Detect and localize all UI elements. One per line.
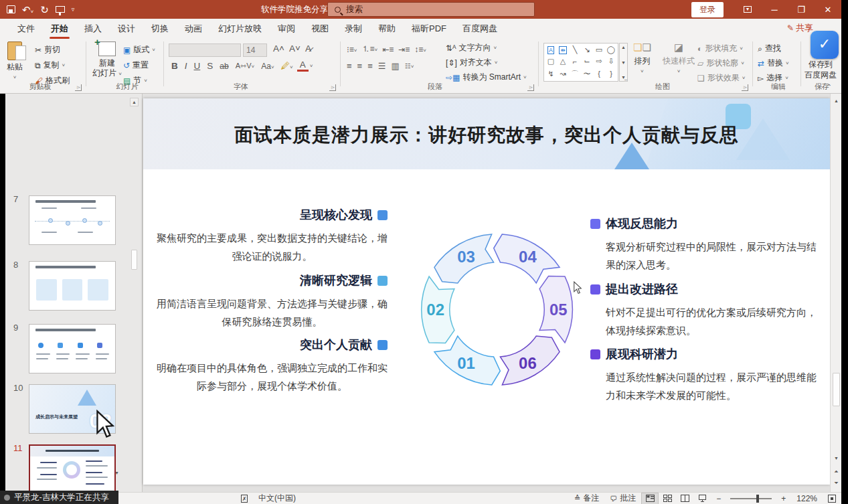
previous-slide-icon[interactable]: ⏶ <box>832 467 841 476</box>
normal-view-button[interactable] <box>641 493 659 504</box>
numbering-icon[interactable]: ⒈≡˅ <box>362 44 378 55</box>
copy-button[interactable]: ⧉复制˅ <box>35 60 70 71</box>
tab-animations[interactable]: 动画 <box>177 19 210 39</box>
right-arrow-shape-icon[interactable]: ⇨ <box>596 57 602 66</box>
layout-button[interactable]: ▣版式˅ <box>123 44 155 56</box>
bold-icon[interactable]: B <box>169 60 181 72</box>
tab-baidu-netdisk[interactable]: 百度网盘 <box>454 19 505 39</box>
zoom-out-button[interactable]: − <box>711 493 726 504</box>
start-presentation-icon[interactable] <box>56 6 65 13</box>
arrow-shape-icon[interactable]: ↘ <box>584 46 590 54</box>
oval-shape-icon[interactable]: ◯ <box>607 46 615 54</box>
strikethrough-icon[interactable]: ab <box>217 61 231 72</box>
triangle-shape-icon[interactable]: △ <box>560 57 566 66</box>
minimize-button[interactable]: ─ <box>761 0 788 19</box>
line-spacing-icon[interactable]: ↕≡˅ <box>414 45 426 54</box>
align-left-icon[interactable]: ≡ <box>347 61 352 71</box>
search-box[interactable]: 搜索 <box>327 2 535 17</box>
tab-insert[interactable]: 插入 <box>76 19 110 39</box>
tab-help[interactable]: 帮助 <box>370 19 404 39</box>
replace-button[interactable]: ⇄替换˅ <box>758 58 789 69</box>
scribble-shape-icon[interactable]: ↝ <box>560 70 566 78</box>
zoom-slider-thumb[interactable] <box>756 495 759 503</box>
change-case-icon[interactable]: Aa˅ <box>258 61 276 72</box>
shapes-scroll-down-icon[interactable]: ▼ <box>621 60 626 65</box>
scroll-down-icon[interactable]: ▼ <box>832 454 841 463</box>
clipboard-dialog-launcher-icon[interactable] <box>75 84 82 91</box>
scroll-up-icon[interactable]: ▲ <box>832 96 841 105</box>
add-remove-columns-icon[interactable]: ☷˅ <box>405 62 414 70</box>
zoom-level[interactable]: 122% <box>791 493 823 504</box>
columns-icon[interactable]: ▥ <box>391 61 399 71</box>
shapes-gallery[interactable]: A ⇻ ╲ ↘ ▭ ◯ ▢ △ ⌐ ⌙ ⇨ ⇩ ↯ ↝ ⌒ 〜 { } <box>543 43 618 82</box>
bullets-icon[interactable]: ⁝≡˅ <box>347 45 357 54</box>
restore-button[interactable]: ❐ <box>788 0 815 19</box>
thumbnails-scroll-up-icon[interactable]: ▲ <box>130 98 139 106</box>
language-indicator[interactable]: 中文(中国) <box>253 493 301 504</box>
text-direction-button[interactable]: ⇅ᴬ文字方向˅ <box>446 42 527 54</box>
paste-button[interactable]: 粘贴 ˅ <box>7 41 23 81</box>
thumbnail-slide-11[interactable] <box>29 444 116 492</box>
reading-view-button[interactable] <box>676 493 693 504</box>
arrange-button[interactable]: ❏❏ 排列 ˅ <box>633 41 651 75</box>
tab-home[interactable]: 开始 <box>43 19 76 39</box>
tab-file[interactable]: 文件 <box>9 19 43 39</box>
thumbnail-slide-9[interactable] <box>29 324 116 373</box>
thumbnails-scrollbar-thumb[interactable] <box>131 250 137 270</box>
character-spacing-icon[interactable]: A⇿V˅ <box>233 61 258 71</box>
cut-button[interactable]: ✂剪切 <box>35 44 70 56</box>
next-slide-icon[interactable]: ⏷ <box>832 479 841 487</box>
paragraph-dialog-launcher-icon[interactable] <box>527 84 534 91</box>
close-button[interactable]: ✕ <box>815 0 841 19</box>
new-slide-button[interactable]: 新建幻灯片 ˅ <box>92 41 122 78</box>
save-icon[interactable] <box>7 5 15 13</box>
redo-icon[interactable]: ↻ <box>40 5 49 15</box>
tab-transitions[interactable]: 切换 <box>143 19 177 39</box>
italic-icon[interactable]: I <box>182 60 190 72</box>
underline-icon[interactable]: U <box>191 60 203 72</box>
scrollbar-thumb[interactable] <box>833 373 840 406</box>
freeform-shape-icon[interactable]: ↯ <box>547 70 554 78</box>
tab-review[interactable]: 审阅 <box>270 19 303 39</box>
tab-foxit-pdf[interactable]: 福昕PDF <box>404 19 454 39</box>
rounded-rectangle-shape-icon[interactable]: ▢ <box>547 57 554 66</box>
slideshow-view-button[interactable] <box>693 493 711 504</box>
decrease-font-icon[interactable]: A˅ <box>286 43 303 54</box>
justify-icon[interactable]: ☰ <box>378 61 386 71</box>
tab-record[interactable]: 录制 <box>337 19 370 39</box>
tab-slideshow[interactable]: 幻灯片放映 <box>210 19 270 39</box>
baidu-netdisk-logo[interactable]: ✓ <box>811 31 839 59</box>
customize-qat-icon[interactable]: ▿ <box>72 7 75 13</box>
reset-button[interactable]: ↺重置 <box>123 60 155 71</box>
shapes-scroll-up-icon[interactable]: ▲ <box>621 45 626 50</box>
tab-view[interactable]: 视图 <box>303 19 337 39</box>
slide-sorter-view-button[interactable] <box>659 493 676 504</box>
align-text-button[interactable]: [⇕]对齐文本˅ <box>446 57 527 68</box>
zoom-slider[interactable] <box>730 498 772 499</box>
thumbnail-slide-8[interactable] <box>29 261 116 311</box>
shape-effects-button[interactable]: ❑形状效果˅ <box>697 72 745 84</box>
collapse-ribbon-icon[interactable]: ⌃ <box>827 83 832 90</box>
line-shape-icon[interactable]: ╲ <box>573 46 578 54</box>
login-button[interactable]: 登录 <box>691 2 724 17</box>
accessibility-checker[interactable]: ✗ <box>236 493 253 504</box>
shapes-gallery-scroll[interactable]: ▲ ▼ ▼̲ <box>619 43 628 82</box>
curve-shape-icon[interactable]: 〜 <box>584 69 591 79</box>
rectangle-shape-icon[interactable]: ▭ <box>596 46 602 54</box>
quick-styles-button[interactable]: ◪ 快速样式 ˅ <box>663 41 695 75</box>
text-shadow-icon[interactable]: S <box>204 60 216 72</box>
font-size-combo[interactable] <box>243 44 267 57</box>
clear-formatting-icon[interactable]: A̷ <box>303 43 314 54</box>
undo-icon[interactable]: ↶˅ <box>22 5 33 15</box>
vertical-scrollbar[interactable]: ▲ ▼ ⏶ ⏷ <box>830 94 841 492</box>
slide-canvas[interactable]: 面试本质是潜力展示：讲好研究故事，突出个人贡献与反思 呈现核心发现 聚焦研究的主… <box>143 98 830 485</box>
convert-smartart-button[interactable]: ⇨▦转换为 SmartArt˅ <box>446 72 527 83</box>
drawing-dialog-launcher-icon[interactable] <box>742 84 748 91</box>
find-button[interactable]: ⌕查找 <box>758 43 789 54</box>
ribbon-display-options-icon[interactable]: ▾ <box>734 0 761 19</box>
notes-button[interactable]: ≙备注 <box>569 493 604 504</box>
thumbnails-collapse-icon[interactable]: ▼ <box>112 469 121 477</box>
arc-shape-icon[interactable]: ⌒ <box>572 69 579 79</box>
font-color-icon[interactable]: A <box>297 60 309 72</box>
share-button[interactable]: ✎ 共享 <box>787 22 813 34</box>
